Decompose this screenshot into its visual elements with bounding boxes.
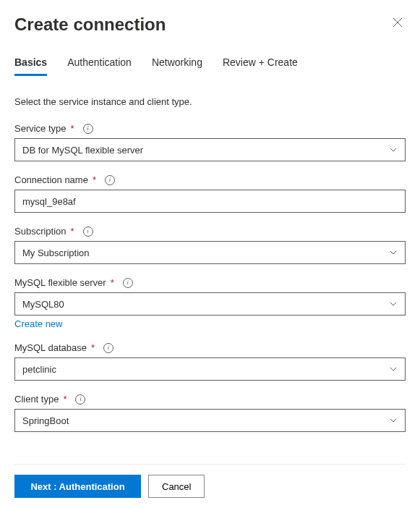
field-connection-name: Connection name * i (14, 174, 406, 213)
tab-networking[interactable]: Networking (152, 56, 202, 76)
info-icon[interactable]: i (103, 343, 113, 353)
footer: Next : Authentication Cancel (14, 464, 406, 508)
select-subscription[interactable]: My Subscription (14, 241, 406, 264)
select-value: MySQL80 (22, 299, 64, 310)
required-marker: * (93, 174, 96, 185)
required-marker: * (63, 394, 67, 405)
field-service-type: Service type * i DB for MySQL flexible s… (14, 123, 406, 161)
label-service-type: Service type (14, 123, 67, 134)
field-database: MySQL database * i petclinic (14, 342, 406, 381)
label-client-type: Client type (14, 394, 59, 405)
input-connection-name-wrap (14, 190, 406, 213)
select-service-type[interactable]: DB for MySQL flexible server (14, 138, 406, 161)
page-title: Create connection (14, 14, 166, 35)
field-flex-server: MySQL flexible server * i MySQL80 Create… (14, 277, 406, 329)
select-value: My Subscription (22, 247, 89, 258)
select-flex-server[interactable]: MySQL80 (14, 292, 406, 316)
tab-bar: Basics Authentication Networking Review … (14, 56, 406, 76)
input-connection-name[interactable] (22, 196, 398, 207)
required-marker: * (71, 123, 74, 134)
field-client-type: Client type * i SpringBoot (14, 394, 406, 432)
required-marker: * (111, 277, 114, 288)
tab-basics[interactable]: Basics (14, 56, 47, 76)
select-value: SpringBoot (22, 415, 69, 426)
tab-authentication[interactable]: Authentication (67, 56, 132, 76)
select-client-type[interactable]: SpringBoot (14, 409, 406, 432)
required-marker: * (71, 226, 74, 237)
label-subscription: Subscription (14, 226, 67, 237)
required-marker: * (91, 342, 95, 353)
info-icon[interactable]: i (83, 124, 93, 134)
info-icon[interactable]: i (75, 394, 85, 405)
label-flex-server: MySQL flexible server (14, 277, 106, 288)
create-new-link[interactable]: Create new (14, 318, 62, 329)
chevron-down-icon (389, 248, 398, 257)
label-connection-name: Connection name (14, 174, 88, 185)
field-subscription: Subscription * i My Subscription (14, 226, 406, 264)
label-database: MySQL database (14, 342, 87, 353)
form-body: Select the service instance and client t… (14, 96, 406, 464)
close-button[interactable] (390, 14, 406, 33)
info-icon[interactable]: i (83, 227, 93, 237)
chevron-down-icon (389, 145, 398, 154)
chevron-down-icon (389, 416, 398, 425)
select-value: DB for MySQL flexible server (22, 145, 143, 156)
next-button[interactable]: Next : Authentication (14, 475, 141, 498)
intro-text: Select the service instance and client t… (14, 96, 406, 107)
select-value: petclinic (22, 364, 56, 375)
chevron-down-icon (389, 300, 398, 308)
cancel-button[interactable]: Cancel (148, 475, 205, 498)
select-database[interactable]: petclinic (14, 357, 406, 381)
chevron-down-icon (389, 365, 398, 373)
tab-review-create[interactable]: Review + Create (223, 56, 298, 76)
info-icon[interactable]: i (105, 175, 115, 185)
close-icon (393, 17, 403, 27)
info-icon[interactable]: i (123, 278, 133, 288)
